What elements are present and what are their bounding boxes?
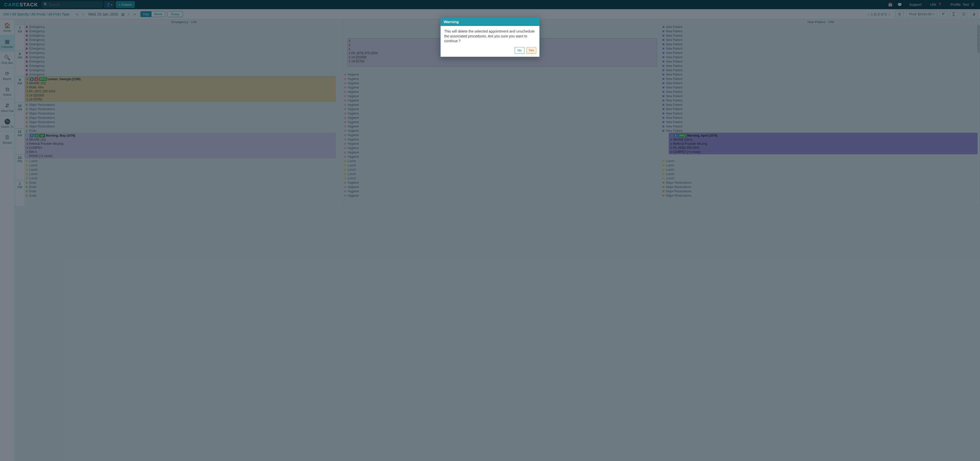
dialog-body: This will delete the selected appointmen…	[441, 26, 539, 46]
warning-dialog: Warning This will delete the selected ap…	[440, 17, 540, 57]
dialog-title: Warning	[441, 17, 539, 26]
no-button[interactable]: No	[515, 47, 524, 54]
yes-button[interactable]: Yes	[527, 47, 536, 54]
modal-overlay[interactable]	[0, 0, 980, 461]
dialog-footer: No Yes	[441, 46, 539, 57]
